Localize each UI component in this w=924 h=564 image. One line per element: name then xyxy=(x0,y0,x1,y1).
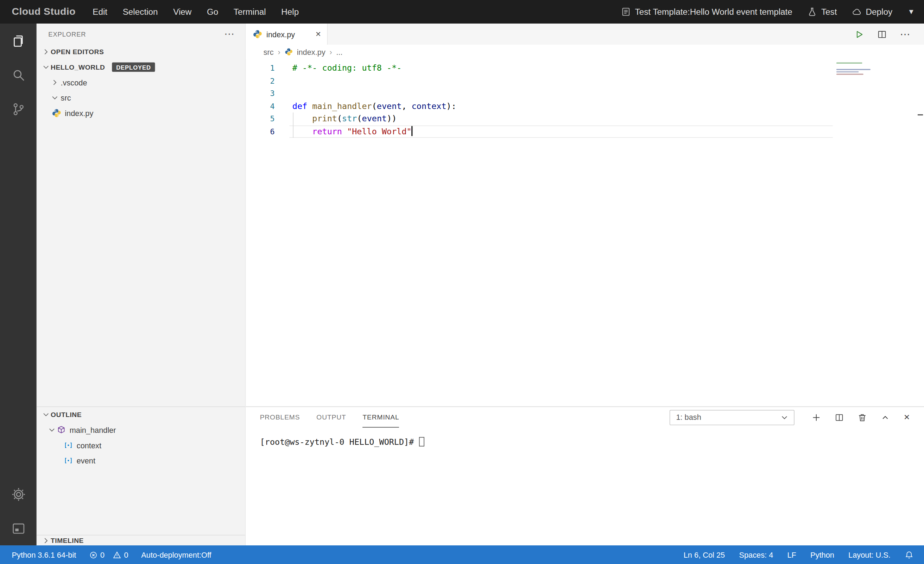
tab-problems[interactable]: PROBLEMS xyxy=(260,407,300,428)
bottom-panel: PROBLEMS OUTPUT TERMINAL 1: bash ✕ xyxy=(246,407,924,545)
tree-item-vscode[interactable]: .vscode xyxy=(37,75,245,90)
test-template-selector[interactable]: Test Template:Hello World event template xyxy=(621,7,792,16)
breadcrumb-symbol[interactable]: ... xyxy=(336,48,343,56)
menu-item-help[interactable]: Help xyxy=(273,7,306,16)
notifications-bell-icon[interactable] xyxy=(904,550,914,559)
terminal-cursor xyxy=(419,437,424,447)
menu-item-view[interactable]: View xyxy=(165,7,199,16)
warning-count: 0 xyxy=(124,550,128,559)
split-terminal-icon[interactable] xyxy=(835,413,844,422)
code-token: ( xyxy=(372,101,377,111)
code-editor[interactable]: 1 # -*- coding: utf8 -*- 2 3 4 def main_… xyxy=(246,59,924,407)
tab-terminal[interactable]: TERMINAL xyxy=(362,407,399,428)
settings-gear-icon[interactable] xyxy=(0,477,37,511)
kill-terminal-trash-icon[interactable] xyxy=(858,413,867,422)
code-token: context xyxy=(412,101,447,111)
editor-actions: ⋯ xyxy=(854,24,924,45)
activity-bar xyxy=(0,24,37,545)
code-line: 2 xyxy=(246,75,924,87)
language-mode-status[interactable]: Python xyxy=(810,550,834,559)
keyboard-layout-status[interactable]: Layout: U.S. xyxy=(848,550,891,559)
code-token: print xyxy=(312,114,337,123)
outline-label: OUTLINE xyxy=(51,411,82,418)
terminal-console[interactable]: [root@ws-zytnyl-0 HELLO_WORLD]# xyxy=(246,428,924,545)
caret-down-icon[interactable]: ▼ xyxy=(908,8,915,16)
editor-tab-bar: index.py ✕ ⋯ xyxy=(246,24,924,45)
search-icon[interactable] xyxy=(0,58,37,92)
problems-status[interactable]: 0 0 xyxy=(89,550,128,559)
deployed-badge: DEPLOYED xyxy=(112,63,155,72)
python-file-icon xyxy=(52,108,61,118)
line-number: 5 xyxy=(246,112,292,125)
cursor-position-status[interactable]: Ln 6, Col 25 xyxy=(684,550,725,559)
warning-icon xyxy=(113,550,122,559)
tree-item-src[interactable]: src xyxy=(37,90,245,105)
terminal-shell-label: 1: bash xyxy=(676,413,701,422)
chevron-right-icon xyxy=(50,78,60,87)
minimap[interactable] xyxy=(834,59,917,407)
deploy-button[interactable]: Deploy xyxy=(852,7,892,16)
project-section[interactable]: HELLO_WORLD DEPLOYED xyxy=(37,60,245,75)
source-control-icon[interactable] xyxy=(0,92,37,126)
deploy-button-label: Deploy xyxy=(866,7,892,16)
sidebar-explorer: EXPLORER ⋯ OPEN EDITORS HELLO_WORLD DEPL… xyxy=(37,24,246,545)
explorer-icon[interactable] xyxy=(0,24,37,58)
code-token: ( xyxy=(337,114,342,123)
screencast-layout-icon[interactable] xyxy=(0,511,37,545)
terminal-shell-select[interactable]: 1: bash xyxy=(670,410,795,425)
menu-item-go[interactable]: Go xyxy=(199,7,226,16)
outline-item-label: context xyxy=(77,441,101,450)
tab-label: index.py xyxy=(266,30,295,39)
more-actions-icon[interactable]: ⋯ xyxy=(900,29,910,39)
tree-item-label: .vscode xyxy=(61,78,87,87)
code-token: def xyxy=(292,101,307,111)
menu-item-edit[interactable]: Edit xyxy=(85,7,115,16)
indentation-status[interactable]: Spaces: 4 xyxy=(739,550,773,559)
code-line: 1 # -*- coding: utf8 -*- xyxy=(246,62,924,75)
chevron-down-icon xyxy=(50,93,60,103)
line-number: 2 xyxy=(246,75,292,87)
status-bar: Python 3.6.1 64-bit 0 0 Auto-deployment:… xyxy=(0,545,924,564)
close-icon[interactable]: ✕ xyxy=(315,30,321,38)
code-token: ( xyxy=(357,114,362,123)
menu-item-terminal[interactable]: Terminal xyxy=(226,7,273,16)
outline-item-context[interactable]: context xyxy=(37,438,245,453)
eol-status[interactable]: LF xyxy=(787,550,796,559)
new-terminal-icon[interactable] xyxy=(812,413,821,422)
code-line-current: 6 return "Hello World" xyxy=(246,125,924,138)
breadcrumb-index-py[interactable]: index.py xyxy=(297,48,326,56)
python-file-icon xyxy=(253,30,262,39)
python-version-status[interactable]: Python 3.6.1 64-bit xyxy=(12,550,76,559)
timeline-label: TIMELINE xyxy=(51,537,84,544)
menu-item-selection[interactable]: Selection xyxy=(115,7,165,16)
code-line: 5 print(str(event)) xyxy=(246,112,924,125)
chevron-right-icon: › xyxy=(330,48,332,56)
more-actions-icon[interactable]: ⋯ xyxy=(224,29,234,39)
code-token: main_handler xyxy=(312,101,372,111)
outline-item-main-handler[interactable]: main_handler xyxy=(37,422,245,438)
breadcrumb-src[interactable]: src xyxy=(264,48,274,56)
line-number: 6 xyxy=(246,125,292,138)
symbol-variable-icon xyxy=(64,456,73,465)
tab-index-py[interactable]: index.py ✕ xyxy=(246,24,328,45)
close-panel-icon[interactable]: ✕ xyxy=(904,413,910,422)
tree-item-index-py[interactable]: index.py xyxy=(37,105,245,121)
outline-header[interactable]: OUTLINE xyxy=(37,407,245,422)
code-line: 3 xyxy=(246,87,924,100)
run-icon[interactable] xyxy=(854,29,864,39)
open-editors-section[interactable]: OPEN EDITORS xyxy=(37,44,245,60)
project-name: HELLO_WORLD xyxy=(51,64,105,71)
test-button[interactable]: Test xyxy=(807,7,837,16)
tab-output[interactable]: OUTPUT xyxy=(316,407,346,428)
panel-controls: 1: bash ✕ xyxy=(670,410,910,425)
sidebar-spacer xyxy=(37,121,245,406)
minimap-line xyxy=(836,63,862,64)
code-token: return xyxy=(312,126,342,136)
outline-item-event[interactable]: event xyxy=(37,453,245,468)
test-button-label: Test xyxy=(821,7,837,16)
maximize-panel-icon[interactable] xyxy=(881,413,890,422)
split-editor-icon[interactable] xyxy=(877,29,887,39)
auto-deployment-status[interactable]: Auto-deployment:Off xyxy=(141,550,211,559)
open-editors-label: OPEN EDITORS xyxy=(51,48,104,55)
timeline-section[interactable]: TIMELINE xyxy=(37,535,245,545)
